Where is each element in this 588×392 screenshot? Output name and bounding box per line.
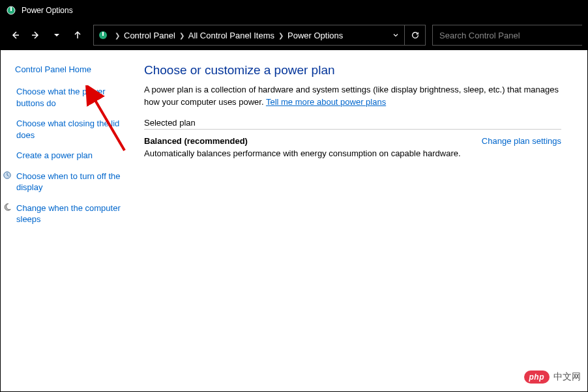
sidebar-link-label: Change when the computer sleeps bbox=[16, 203, 128, 225]
window-title: Power Options bbox=[22, 6, 73, 15]
page-description: A power plan is a collection of hardware… bbox=[144, 84, 561, 109]
chevron-right-icon[interactable]: ❯ bbox=[277, 32, 285, 39]
watermark: php 中文网 bbox=[524, 371, 581, 384]
app-icon bbox=[6, 5, 16, 16]
section-label: Selected plan bbox=[144, 118, 561, 130]
address-bar[interactable]: ❯ Control Panel ❯ All Control Panel Item… bbox=[93, 25, 426, 46]
moon-icon bbox=[2, 203, 12, 225]
watermark-text: 中文网 bbox=[553, 371, 581, 383]
sidebar-link-computer-sleeps[interactable]: Change when the computer sleeps bbox=[15, 203, 128, 225]
watermark-badge: php bbox=[524, 371, 550, 384]
title-bar: Power Options bbox=[1, 1, 587, 20]
learn-more-link[interactable]: Tell me more about power plans bbox=[266, 97, 386, 107]
plan-name: Balanced (recommended) bbox=[144, 136, 461, 146]
breadcrumb-item[interactable]: Control Panel bbox=[124, 31, 175, 40]
sidebar-link-power-buttons[interactable]: Choose what the power buttons do bbox=[15, 86, 128, 109]
sidebar: Control Panel Home Choose what the power… bbox=[1, 50, 138, 391]
recent-locations-button[interactable] bbox=[48, 26, 66, 44]
back-button[interactable] bbox=[6, 26, 24, 44]
plan-row: Balanced (recommended) Automatically bal… bbox=[144, 136, 561, 158]
page-heading: Choose or customize a power plan bbox=[144, 63, 561, 77]
control-panel-home-link[interactable]: Control Panel Home bbox=[15, 64, 128, 74]
up-button[interactable] bbox=[68, 26, 87, 44]
sidebar-link-turn-off-display[interactable]: Choose when to turn off the display bbox=[15, 171, 128, 193]
chevron-right-icon[interactable]: ❯ bbox=[178, 32, 186, 39]
clock-icon bbox=[2, 171, 12, 193]
change-plan-settings-link[interactable]: Change plan settings bbox=[482, 136, 561, 146]
sidebar-link-closing-lid[interactable]: Choose what closing the lid does bbox=[15, 118, 128, 141]
sidebar-link-label: Create a power plan bbox=[16, 150, 93, 161]
address-icon bbox=[98, 30, 108, 40]
svg-rect-3 bbox=[102, 32, 104, 36]
sidebar-link-label: Choose what the power buttons do bbox=[16, 86, 128, 109]
svg-rect-1 bbox=[10, 7, 12, 11]
breadcrumb-item[interactable]: All Control Panel Items bbox=[188, 31, 274, 40]
forward-button[interactable] bbox=[27, 26, 45, 44]
refresh-button[interactable] bbox=[404, 25, 425, 45]
sidebar-link-label: Choose when to turn off the display bbox=[16, 171, 128, 193]
sidebar-link-label: Choose what closing the lid does bbox=[16, 118, 128, 141]
chevron-right-icon[interactable]: ❯ bbox=[113, 32, 121, 39]
sidebar-link-create-plan[interactable]: Create a power plan bbox=[15, 150, 128, 161]
main-content: Choose or customize a power plan A power… bbox=[138, 50, 587, 391]
breadcrumb-item[interactable]: Power Options bbox=[287, 31, 343, 40]
search-input[interactable] bbox=[432, 25, 582, 46]
address-dropdown-button[interactable] bbox=[387, 31, 404, 39]
plan-description: Automatically balances performance with … bbox=[144, 148, 461, 158]
content-area: Control Panel Home Choose what the power… bbox=[1, 50, 587, 391]
nav-bar: ❯ Control Panel ❯ All Control Panel Item… bbox=[1, 20, 587, 50]
